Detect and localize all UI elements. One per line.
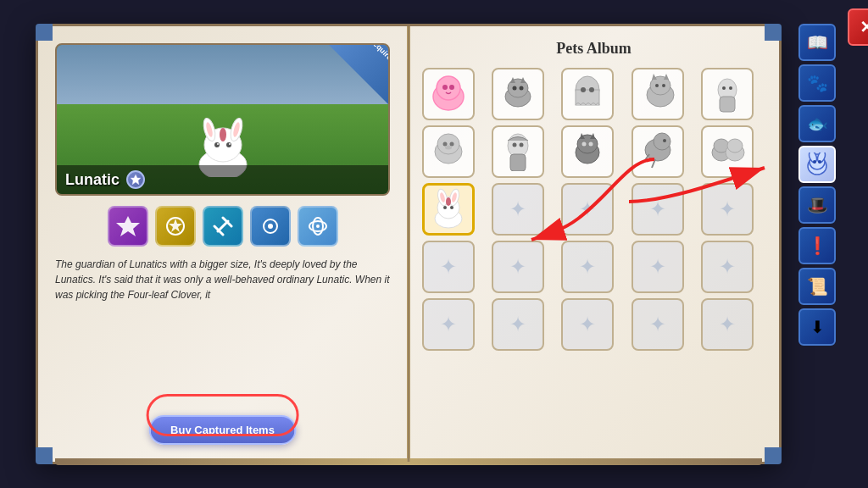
svg-point-58 <box>589 142 593 147</box>
pet-cell-19[interactable]: ✦ <box>701 241 754 293</box>
svg-point-10 <box>229 143 231 145</box>
pet-thumb-2 <box>566 71 609 117</box>
pet-cell-16[interactable]: ✦ <box>492 241 544 293</box>
fish-icon: 🐟 <box>807 114 828 134</box>
pet-thumb-0 <box>427 71 470 117</box>
empty-cell-placeholder: ✦ <box>509 255 526 279</box>
pet-cell-13[interactable]: ✦ <box>632 183 684 236</box>
svg-point-23 <box>449 85 454 90</box>
book-icon: 📖 <box>807 32 828 53</box>
pet-thumb-3 <box>637 71 679 117</box>
svg-point-19 <box>316 225 320 228</box>
ability-icons-row <box>55 206 390 247</box>
pet-cell-3[interactable] <box>632 68 684 120</box>
acquired-text: Acquired <box>368 45 388 65</box>
pet-cell-6[interactable] <box>492 125 544 178</box>
sidebar-btn-alert[interactable]: ❗ <box>798 227 836 264</box>
pet-cell-2[interactable] <box>561 68 614 120</box>
alert-icon: ❗ <box>807 236 828 256</box>
ability-icon-3[interactable] <box>203 206 243 247</box>
left-page: Acquired Lunatic <box>38 26 409 462</box>
pet-cell-21[interactable]: ✦ <box>492 298 544 351</box>
svg-point-47 <box>450 142 454 147</box>
ability-icon-1[interactable] <box>108 206 148 247</box>
buy-captured-items-button[interactable]: Buy Captured Items <box>148 415 297 445</box>
pet-cell-20[interactable]: ✦ <box>422 298 475 351</box>
pet-cell-22[interactable]: ✦ <box>561 298 614 351</box>
empty-cell-placeholder: ✦ <box>719 313 736 336</box>
svg-point-32 <box>581 87 586 92</box>
pet-cell-12[interactable]: ✦ <box>561 183 614 236</box>
svg-point-82 <box>818 160 821 164</box>
pet-cell-15[interactable]: ✦ <box>422 241 475 293</box>
svg-rect-52 <box>510 154 526 171</box>
pet-cell-24[interactable]: ✦ <box>701 298 754 351</box>
svg-point-7 <box>214 142 220 147</box>
svg-marker-12 <box>116 216 140 236</box>
pet-cell-0[interactable] <box>422 68 475 120</box>
pet-cell-14[interactable]: ✦ <box>701 183 754 236</box>
down-icon: ⬇ <box>810 317 825 337</box>
empty-cell-placeholder: ✦ <box>579 197 596 221</box>
pet-cell-5[interactable] <box>422 125 475 178</box>
pet-thumb-1 <box>497 71 539 117</box>
corner-bl <box>36 447 53 464</box>
pet-name: Lunatic <box>65 171 120 189</box>
svg-point-74 <box>446 197 451 206</box>
pet-cell-4[interactable] <box>701 68 754 120</box>
pet-cell-18[interactable]: ✦ <box>632 241 684 293</box>
close-button[interactable]: ✕ <box>848 8 868 46</box>
sidebar-btn-petface[interactable] <box>798 146 836 183</box>
pet-thumb-7 <box>566 129 609 175</box>
pet-thumb-5 <box>427 129 470 175</box>
book-container: Acquired Lunatic <box>36 15 832 473</box>
corner-br <box>765 447 782 464</box>
empty-cell-placeholder: ✦ <box>719 197 736 221</box>
ability-icon-5[interactable] <box>298 206 338 247</box>
pet-cell-1[interactable] <box>492 68 544 120</box>
pet-cell-7[interactable] <box>561 125 614 178</box>
pet-name-bar: Lunatic <box>57 165 388 194</box>
corner-tr <box>765 24 782 41</box>
sidebar-btn-hat[interactable]: 🎩 <box>798 186 836 224</box>
empty-cell-placeholder: ✦ <box>649 313 666 336</box>
pet-cell-11[interactable]: ✦ <box>492 183 544 236</box>
ability-2-svg <box>164 214 187 238</box>
svg-point-61 <box>663 139 666 142</box>
book: Acquired Lunatic <box>36 24 782 464</box>
svg-point-48 <box>445 146 452 150</box>
pet-cell-9[interactable] <box>701 125 754 178</box>
ability-1-svg <box>116 214 140 238</box>
sidebar-btn-pets[interactable]: 🐾 <box>798 64 836 102</box>
svg-point-60 <box>654 133 670 150</box>
svg-point-81 <box>813 160 816 164</box>
pet-cell-8[interactable] <box>632 125 684 178</box>
svg-point-22 <box>442 85 448 90</box>
empty-cell-placeholder: ✦ <box>440 313 457 336</box>
svg-point-57 <box>582 142 587 147</box>
empty-cell-placeholder: ✦ <box>649 255 666 279</box>
right-page: Pets Album ✦✦✦✦✦✦✦✦✦✦✦✦✦✦ <box>409 26 779 462</box>
pet-thumb-8 <box>637 129 679 175</box>
svg-point-6 <box>220 128 226 141</box>
empty-cell-placeholder: ✦ <box>579 255 596 279</box>
pet-thumb-9 <box>706 129 748 175</box>
ability-icon-4[interactable] <box>250 206 291 247</box>
empty-cell-placeholder: ✦ <box>509 197 526 221</box>
sidebar-btn-fish[interactable]: 🐟 <box>798 105 836 142</box>
sidebar-btn-scroll[interactable]: 📜 <box>798 268 836 305</box>
pet-image-container: Acquired Lunatic <box>55 43 390 196</box>
ability-icon-2[interactable] <box>155 206 196 247</box>
pet-cell-10[interactable] <box>422 183 475 236</box>
scroll-icon: 📜 <box>807 276 828 297</box>
svg-point-42 <box>722 86 726 90</box>
sidebar-btn-down[interactable]: ⬇ <box>798 308 836 346</box>
close-icon: ✕ <box>860 19 869 36</box>
ability-3-svg <box>211 214 235 238</box>
svg-point-21 <box>437 76 460 100</box>
sidebar-btn-book[interactable]: 📖 <box>798 24 836 61</box>
ability-5-svg <box>306 214 330 238</box>
svg-point-67 <box>727 139 743 152</box>
pet-cell-17[interactable]: ✦ <box>561 241 614 293</box>
pet-cell-23[interactable]: ✦ <box>632 298 684 351</box>
